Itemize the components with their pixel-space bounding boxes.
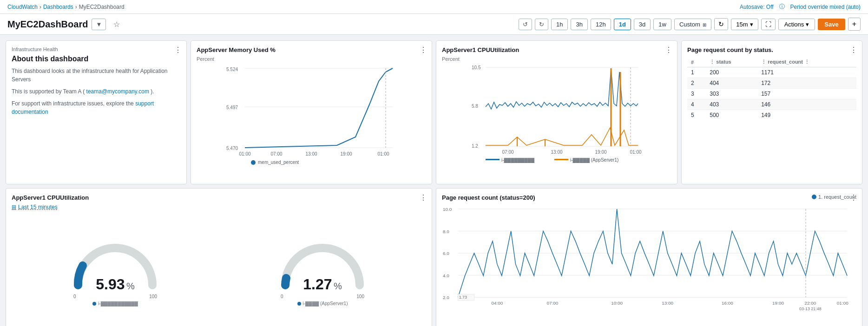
gauge-1-legend: i-▓▓▓▓▓▓▓▓▓▓▓ [92, 301, 138, 306]
cpu-chart-svg: 10.5 5.8 1.2 07:00 13:00 19:00 01:00 [442, 63, 671, 165]
infra-label: Infrastructure Health [12, 46, 181, 52]
page-req-widget-menu[interactable]: ⋮ [850, 193, 857, 202]
page-req-legend-dot [812, 195, 816, 199]
last-15-label: Last 15 minutes [18, 204, 58, 210]
breadcrumb-dashboards[interactable]: Dashboards [43, 4, 73, 10]
svg-text:10.5: 10.5 [472, 65, 481, 70]
time-3d-button[interactable]: 3d [634, 19, 651, 30]
add-widget-button[interactable]: + [848, 18, 861, 31]
table-title: Page request count by status. [687, 46, 856, 53]
svg-text:5.497: 5.497 [226, 105, 238, 110]
gauge-2-pct: % [334, 281, 342, 291]
cpu-widget-menu[interactable]: ⋮ [665, 46, 672, 54]
svg-text:4.0: 4.0 [443, 273, 449, 278]
svg-text:5.470: 5.470 [226, 146, 238, 151]
svg-text:1.73: 1.73 [459, 295, 467, 300]
svg-text:13:00: 13:00 [662, 300, 673, 306]
svg-text:07:00: 07:00 [546, 300, 558, 306]
period-label: Period override mixed (auto) [790, 4, 861, 10]
undo-button[interactable]: ↺ [519, 19, 532, 30]
refresh-button[interactable]: ↻ [714, 18, 728, 30]
last-15-icon: ⊞ [12, 204, 16, 210]
svg-text:07:00: 07:00 [270, 151, 282, 156]
svg-rect-29 [486, 159, 500, 160]
gauge-widget: ⋮ AppServer1 CPUUtilization ⊞ Last 15 mi… [6, 188, 432, 326]
actions-button[interactable]: Actions ▾ [778, 19, 815, 30]
time-12h-button[interactable]: 12h [591, 19, 611, 30]
breadcrumb-cloudwatch[interactable]: CloudWatch [7, 4, 38, 10]
col-status: ⋮ status [706, 57, 757, 67]
gauge-2-dot [297, 302, 301, 306]
table-row: 4403146 [687, 99, 856, 110]
svg-text:i-▓▓▓▓▓▓▓▓▓: i-▓▓▓▓▓▓▓▓▓ [501, 157, 535, 163]
svg-text:01:00: 01:00 [377, 151, 389, 156]
page-req-chart-svg: 10.0 8.0 6.0 4.0 2.0 1.73 04:00 07:00 10… [442, 204, 856, 315]
table-row: 5500149 [687, 110, 856, 121]
svg-text:03-13 21:48: 03-13 21:48 [799, 306, 822, 311]
redo-button[interactable]: ↻ [535, 19, 548, 30]
gauge-widget-menu[interactable]: ⋮ [420, 193, 427, 202]
gauge-2-range: 0 100 [281, 294, 364, 299]
gauge-2: 1.27 % 0 100 i-▓▓▓▓ (AppServer1) [276, 234, 369, 306]
fullscreen-icon: ⛶ [765, 21, 771, 28]
memory-y-label: Percent [197, 56, 426, 62]
cpu-y-label: Percent [442, 56, 671, 62]
infra-text2: This is supported by Team A ( teama@myco… [12, 87, 181, 96]
memory-widget-menu[interactable]: ⋮ [420, 46, 427, 54]
gauge-1-dot [92, 302, 96, 306]
svg-text:8.0: 8.0 [443, 229, 449, 234]
refresh-icon: ↻ [718, 20, 724, 28]
page-request-chart-widget: ⋮ Page request count (status=200) 1. req… [436, 188, 862, 326]
status-table: # ⋮ status ⋮ request_count ⋮ 12001171240… [687, 57, 856, 120]
autosave-label[interactable]: Autosave: Off [740, 4, 774, 10]
infra-text1: This dashboard looks at the infrastructu… [12, 67, 181, 84]
team-email-link[interactable]: teama@mycompany.com [86, 88, 149, 95]
svg-text:10:00: 10:00 [611, 300, 623, 306]
infra-health-widget: ⋮ Infrastructure Health About this dashb… [6, 40, 187, 184]
title-controls: ↺ ↻ 1h 3h 12h 1d 3d 1w Custom ⊞ ↻ 15m ▾ … [519, 18, 861, 31]
gauge-2-legend: i-▓▓▓▓ (AppServer1) [297, 301, 348, 306]
svg-text:2.0: 2.0 [443, 295, 449, 300]
svg-text:04:00: 04:00 [492, 300, 503, 306]
breadcrumb: CloudWatch › Dashboards › MyEC2Dashboard [7, 4, 125, 10]
title-dropdown-button[interactable]: ▼ [92, 19, 106, 30]
infra-text4: For support with infrastructure issues, … [12, 99, 181, 116]
svg-text:19:00: 19:00 [595, 150, 606, 155]
cpu-chart-widget: ⋮ AppServer1 CPUUtilization Percent 10.5… [436, 40, 677, 184]
fullscreen-button[interactable]: ⛶ [761, 19, 776, 30]
star-button[interactable]: ☆ [110, 18, 124, 31]
cpu-chart-title: AppServer1 CPUUtilization [442, 46, 671, 53]
gauge-1-value: 5.93 [96, 276, 125, 293]
gauge-title: AppServer1 CPUUtilization [12, 194, 426, 201]
breadcrumb-current: MyEC2Dashboard [79, 4, 125, 10]
infra-widget-menu[interactable]: ⋮ [174, 46, 182, 54]
table-row: 12001171 [687, 67, 856, 78]
time-1d-button[interactable]: 1d [614, 19, 631, 30]
time-1w-button[interactable]: 1w [653, 19, 671, 30]
col-request-count: ⋮ request_count ⋮ [757, 57, 856, 67]
svg-text:6.0: 6.0 [443, 251, 449, 256]
time-3h-button[interactable]: 3h [571, 19, 587, 30]
memory-chart-svg: 5.524 5.497 5.470 01:00 07:00 13:00 19:0… [197, 63, 426, 165]
time-custom-button[interactable]: Custom ⊞ [674, 19, 711, 30]
last-15-link[interactable]: ⊞ Last 15 minutes [12, 204, 426, 210]
dashboard-title: MyEC2DashBoard [7, 19, 88, 30]
gauge-1-pct: % [126, 281, 135, 291]
time-1h-button[interactable]: 1h [551, 19, 568, 30]
page-request-table-widget: ⋮ Page request count by status. # ⋮ stat… [681, 40, 862, 184]
svg-text:13:00: 13:00 [305, 151, 317, 156]
interval-button[interactable]: 15m ▾ [731, 19, 758, 30]
infra-heading: About this dashboard [12, 55, 181, 63]
table-widget-menu[interactable]: ⋮ [850, 46, 857, 54]
gauge-2-value: 1.27 [303, 276, 332, 293]
gauge-1-range: 0 100 [73, 294, 157, 299]
svg-text:5.524: 5.524 [226, 67, 238, 72]
save-button[interactable]: Save [818, 19, 845, 30]
svg-text:5.8: 5.8 [472, 104, 478, 109]
svg-text:01:00: 01:00 [837, 300, 848, 306]
svg-text:10.0: 10.0 [443, 207, 452, 212]
memory-chart-title: AppServer Memory Used % [197, 46, 426, 53]
svg-text:1.2: 1.2 [472, 143, 478, 149]
svg-text:mem_used_percent: mem_used_percent [258, 160, 299, 165]
svg-text:19:00: 19:00 [772, 300, 784, 306]
